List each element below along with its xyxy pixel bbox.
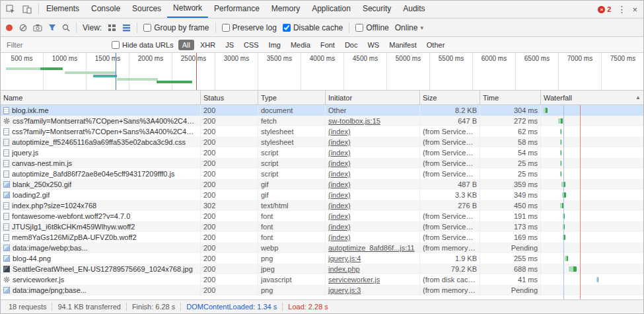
type-filter-xhr[interactable]: XHR xyxy=(196,40,219,50)
type-filter-img[interactable]: Img xyxy=(265,40,285,50)
timeline-overview[interactable]: 500 ms1000 ms1500 ms2000 ms2500 ms3000 m… xyxy=(1,53,643,91)
error-badge[interactable]: × 2 xyxy=(598,5,611,13)
table-row[interactable]: blog.ixk.me 200 document Other 8.2 KB 30… xyxy=(1,105,643,116)
tab-network[interactable]: Network xyxy=(167,1,208,18)
table-row[interactable]: serviceworker.js 200 javascript servicew… xyxy=(1,274,643,285)
type-filter-other[interactable]: Other xyxy=(423,40,449,50)
type-filter-js[interactable]: JS xyxy=(221,40,238,50)
hide-data-urls-checkbox[interactable]: Hide data URLs xyxy=(112,41,174,49)
tab-security[interactable]: Security xyxy=(357,1,397,18)
view-label: View: xyxy=(83,23,102,32)
request-initiator[interactable]: index.php xyxy=(328,265,360,273)
search-icon[interactable] xyxy=(62,24,70,32)
request-initiator[interactable]: (index) xyxy=(328,223,351,231)
request-name: mem8YaGs126MiZpBA-UFVZ0b.woff2 xyxy=(12,232,137,243)
request-initiator[interactable]: (index) xyxy=(328,212,351,220)
kebab-menu-icon[interactable]: ⋮ xyxy=(617,4,626,15)
table-row[interactable]: css?family=Montserrat%7COpen+Sans%3A400%… xyxy=(1,116,643,126)
column-header-name[interactable]: Name xyxy=(1,91,201,104)
table-row[interactable]: blog-44.png 200 png jquery.js:4 1.9 KB 2… xyxy=(1,253,643,264)
type-filter-media[interactable]: Media xyxy=(287,40,314,50)
show-overview-icon[interactable] xyxy=(122,24,131,32)
clear-button[interactable] xyxy=(19,24,27,32)
filter-icon[interactable] xyxy=(48,24,56,32)
tab-sources[interactable]: Sources xyxy=(126,1,167,18)
request-initiator[interactable]: (index) xyxy=(328,233,351,241)
image-dark-icon xyxy=(3,266,10,272)
offline-checkbox[interactable]: Offline xyxy=(355,23,388,32)
requests-count: 18 requests xyxy=(3,303,52,311)
request-initiator[interactable]: (index) xyxy=(328,170,351,178)
column-header-size[interactable]: Size xyxy=(420,91,480,104)
large-rows-icon[interactable] xyxy=(108,24,116,32)
table-row[interactable]: mem8YaGs126MiZpBA-UFVZ0b.woff2 200 font … xyxy=(1,232,643,243)
request-initiator[interactable]: (index) xyxy=(328,180,351,188)
type-filter-manifest[interactable]: Manifest xyxy=(385,40,421,50)
waterfall-bar xyxy=(565,256,568,261)
request-size: (from ServiceWorker) xyxy=(420,137,480,147)
request-type: script xyxy=(258,169,326,179)
request-initiator[interactable]: (index) xyxy=(328,202,351,210)
request-initiator[interactable]: jquery.js:3 xyxy=(328,286,361,294)
waterfall-bar xyxy=(560,171,561,177)
table-row[interactable]: data:image/png;base... 200 png jquery.js… xyxy=(1,285,643,295)
request-initiator[interactable]: serviceworker.js xyxy=(328,276,380,284)
type-filter-font[interactable]: Font xyxy=(316,40,339,50)
table-row[interactable]: jquery.js 200 script (index) (from Servi… xyxy=(1,147,643,158)
tab-console[interactable]: Console xyxy=(85,1,126,18)
tab-performance[interactable]: Performance xyxy=(208,1,266,18)
tab-audits[interactable]: Audits xyxy=(397,1,431,18)
request-initiator[interactable]: (index) xyxy=(328,138,351,146)
table-row[interactable]: data:image/webp;bas... 200 webp autoptim… xyxy=(1,243,643,253)
column-header-status[interactable]: Status xyxy=(201,91,258,104)
request-size: 79.2 KB xyxy=(420,264,480,274)
disable-cache-checkbox[interactable]: Disable cache xyxy=(283,23,343,32)
type-filter-css[interactable]: CSS xyxy=(240,40,263,50)
table-row[interactable]: loading2.gif 200 gif (index) 3.3 KB 349 … xyxy=(1,190,643,200)
request-waterfall xyxy=(541,137,643,147)
request-initiator[interactable]: (index) xyxy=(328,128,351,136)
request-initiator[interactable]: (index) xyxy=(328,191,351,199)
tab-memory[interactable]: Memory xyxy=(266,1,306,18)
tab-elements[interactable]: Elements xyxy=(40,1,85,18)
capture-screenshots-icon[interactable] xyxy=(33,24,42,32)
image-icon xyxy=(3,287,10,294)
inspect-element-icon[interactable] xyxy=(3,3,18,16)
column-header-waterfall[interactable]: Waterfall ▲ xyxy=(541,91,643,104)
request-status: 200 xyxy=(201,179,258,190)
request-initiator[interactable]: (index) xyxy=(328,149,351,157)
column-header-time[interactable]: Time xyxy=(480,91,541,104)
table-row[interactable]: fontawesome-webfont.woff2?v=4.7.0 200 fo… xyxy=(1,211,643,221)
table-row[interactable]: JTUSjIg1_i6t8kCHKm459Wlhyw.woff2 200 fon… xyxy=(1,221,643,232)
table-row[interactable]: SeattleGreatWheel_EN-US12789575669_1024x… xyxy=(1,264,643,274)
group-by-frame-checkbox[interactable]: Group by frame xyxy=(143,23,209,32)
table-row[interactable]: index.php?size=1024x768 302 text/html (i… xyxy=(1,200,643,211)
table-row[interactable]: css?family=Montserrat%7COpen+Sans%3A400%… xyxy=(1,126,643,137)
column-header-initiator[interactable]: Initiator xyxy=(326,91,420,104)
network-filter-bar: Hide data URLs AllXHRJSCSSImgMediaFontDo… xyxy=(1,37,643,53)
type-filter-all[interactable]: All xyxy=(178,40,194,50)
column-header-type[interactable]: Type xyxy=(258,91,326,104)
device-toolbar-icon[interactable] xyxy=(20,3,34,16)
request-initiator[interactable]: sw-toolbox.js:15 xyxy=(328,117,380,125)
table-row[interactable]: blank_250x250.gif 200 gif (index) 487 B … xyxy=(1,179,643,190)
page-icon xyxy=(3,202,9,210)
table-row[interactable]: canvas-nest.min.js 200 script (index) (f… xyxy=(1,158,643,169)
table-row[interactable]: autoptimize_8afd86f72ae8e04e5cff94317209… xyxy=(1,169,643,179)
request-type: gif xyxy=(258,190,326,200)
type-filter-doc[interactable]: Doc xyxy=(341,40,362,50)
type-filter-ws[interactable]: WS xyxy=(363,40,383,50)
request-initiator[interactable]: jquery.js:4 xyxy=(328,255,361,262)
chevron-down-icon: ▾ xyxy=(420,24,423,31)
filter-input[interactable] xyxy=(5,40,107,50)
request-initiator[interactable]: (index) xyxy=(328,159,351,167)
tab-application[interactable]: Application xyxy=(306,1,357,18)
overview-activity-bar xyxy=(157,81,192,83)
throttling-dropdown[interactable]: Online ▾ xyxy=(395,23,423,32)
request-name: canvas-nest.min.js xyxy=(12,158,72,169)
table-row[interactable]: autoptimize_ff52465116a9a69ffa535e02abca… xyxy=(1,137,643,147)
request-initiator[interactable]: autoptimize_8afd86f...js:11 xyxy=(328,244,415,252)
preserve-log-checkbox[interactable]: Preserve log xyxy=(222,23,277,32)
record-button[interactable] xyxy=(5,24,13,32)
close-icon[interactable]: × xyxy=(632,5,637,15)
